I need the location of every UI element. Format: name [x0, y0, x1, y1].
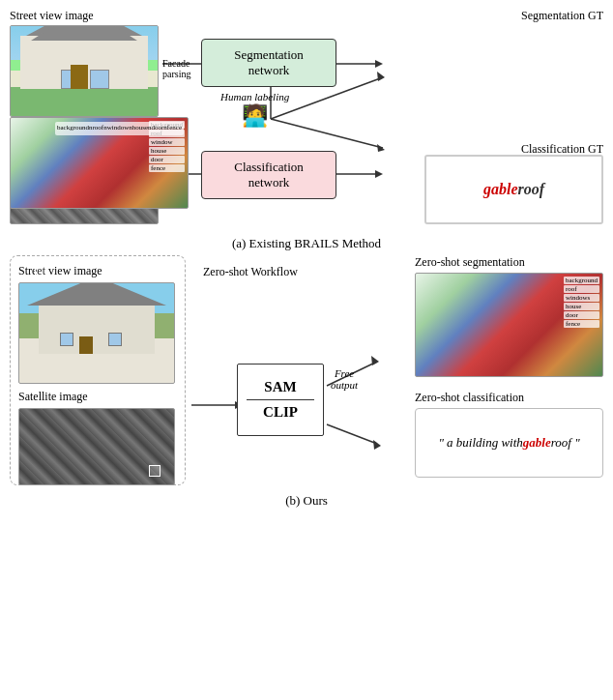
seg-label-window: window	[149, 138, 185, 146]
svg-marker-12	[377, 144, 385, 152]
sam-clip-box: SAM CLIP	[237, 364, 324, 436]
caption-a: (a) Existing BRAILS Method	[10, 236, 603, 251]
roof-text: roof	[517, 181, 544, 198]
seg-gt-image-b: background roof windows house door fence	[415, 273, 603, 377]
svg-marker-7	[375, 170, 383, 178]
zero-shot-seg-label: Zero-shot segmentation	[415, 255, 603, 270]
gable-roof-box: gable roof	[424, 155, 603, 224]
main-container: Street view image Facade parsing Segment…	[0, 0, 613, 700]
seg-label-overlay-b: background roof windows house door fence	[564, 277, 599, 328]
street-view-image-a	[10, 25, 159, 117]
left-box-b: Street view image Satellite image	[10, 255, 186, 485]
seg-label-door: door	[149, 156, 185, 163]
diagram-b: Street view image Satellite image	[10, 255, 603, 487]
seg-gt-label: Segmentation GT	[424, 8, 603, 23]
seg-gt-image-a: background roof window house door fence	[10, 117, 189, 209]
sam-clip-divider	[247, 399, 314, 400]
diagram-a: Street view image Facade parsing Segment…	[10, 8, 603, 230]
section-b: Street view image Satellite image	[10, 255, 603, 692]
satellite-label-b: Satellite image	[18, 390, 177, 404]
svg-marker-10	[377, 72, 385, 81]
street-view-text-a: Street view image	[10, 9, 94, 22]
seg-label-background: background	[149, 121, 185, 129]
zero-shot-cls-label: Zero-shot classification	[415, 391, 603, 405]
quote-text-prefix: " a building with	[438, 435, 522, 451]
cls-network-box: Classification network	[201, 151, 336, 199]
quote-text-red: gable	[523, 435, 551, 451]
svg-marker-19	[373, 440, 381, 450]
satellite-image-b	[18, 408, 175, 485]
svg-line-18	[327, 424, 377, 444]
caption-b: (b) Ours	[10, 493, 603, 509]
clip-label: CLIP	[263, 404, 298, 421]
sam-label: SAM	[264, 379, 296, 395]
free-output-label: Free output	[331, 356, 358, 391]
svg-marker-3	[375, 60, 383, 68]
seg-label-fence: fence	[149, 164, 185, 172]
street-view-image-b	[18, 282, 175, 384]
section-a: Street view image Facade parsing Segment…	[10, 8, 603, 255]
seg-label-house: house	[149, 147, 185, 155]
zero-shot-workflow-label: Zero-shot Workflow	[203, 265, 298, 279]
human-labeling: Human labeling 🧑‍💻	[220, 91, 289, 129]
quote-box: " a building with gable roof "	[415, 408, 603, 478]
street-view-label-a: Street view image	[10, 8, 162, 23]
seg-label-overlay-a: background roof window house door fence	[149, 121, 185, 172]
seg-network-box: Segmentation network	[201, 39, 336, 87]
facade-parsing-label: Facade parsing	[162, 58, 205, 79]
gable-roof-text: gable	[483, 181, 518, 198]
person-icon: 🧑‍💻	[220, 103, 289, 129]
svg-marker-17	[371, 356, 379, 365]
seg-label-roof: roof	[149, 130, 185, 137]
quote-text-suffix: roof "	[551, 435, 580, 451]
